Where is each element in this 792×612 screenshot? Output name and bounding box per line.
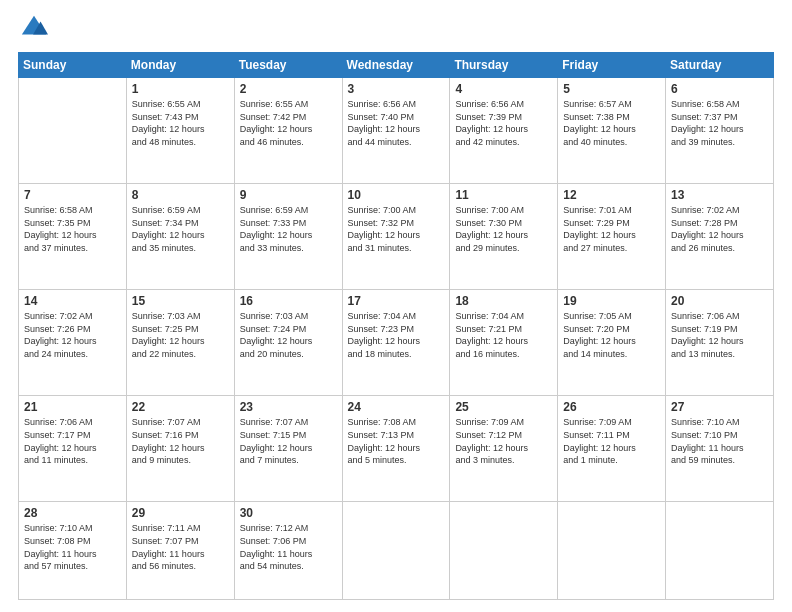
- cell-info-line: Daylight: 12 hours: [24, 230, 97, 240]
- calendar-cell: 26Sunrise: 7:09 AMSunset: 7:11 PMDayligh…: [558, 396, 666, 502]
- calendar-cell: 27Sunrise: 7:10 AMSunset: 7:10 PMDayligh…: [666, 396, 774, 502]
- day-number: 13: [671, 188, 768, 202]
- cell-info-line: Sunrise: 6:56 AM: [455, 99, 524, 109]
- cell-info-line: and 54 minutes.: [240, 561, 304, 571]
- calendar-cell: 8Sunrise: 6:59 AMSunset: 7:34 PMDaylight…: [126, 184, 234, 290]
- day-number: 14: [24, 294, 121, 308]
- calendar-cell: 11Sunrise: 7:00 AMSunset: 7:30 PMDayligh…: [450, 184, 558, 290]
- cell-info-line: Sunset: 7:37 PM: [671, 112, 738, 122]
- cell-info-line: Sunset: 7:23 PM: [348, 324, 415, 334]
- cell-info-line: and 13 minutes.: [671, 349, 735, 359]
- weekday-header-sunday: Sunday: [19, 53, 127, 78]
- day-number: 26: [563, 400, 660, 414]
- cell-info-line: Sunrise: 6:58 AM: [671, 99, 740, 109]
- calendar-cell: 4Sunrise: 6:56 AMSunset: 7:39 PMDaylight…: [450, 78, 558, 184]
- day-number: 11: [455, 188, 552, 202]
- cell-info-line: Sunrise: 7:01 AM: [563, 205, 632, 215]
- cell-info-line: and 16 minutes.: [455, 349, 519, 359]
- cell-info-line: Daylight: 12 hours: [24, 336, 97, 346]
- calendar-week-row: 21Sunrise: 7:06 AMSunset: 7:17 PMDayligh…: [19, 396, 774, 502]
- calendar-week-row: 28Sunrise: 7:10 AMSunset: 7:08 PMDayligh…: [19, 502, 774, 600]
- calendar-cell: [666, 502, 774, 600]
- calendar-cell: 20Sunrise: 7:06 AMSunset: 7:19 PMDayligh…: [666, 290, 774, 396]
- cell-info-line: Sunrise: 7:04 AM: [348, 311, 417, 321]
- calendar-cell: 30Sunrise: 7:12 AMSunset: 7:06 PMDayligh…: [234, 502, 342, 600]
- cell-info-line: Sunset: 7:38 PM: [563, 112, 630, 122]
- calendar-cell: 10Sunrise: 7:00 AMSunset: 7:32 PMDayligh…: [342, 184, 450, 290]
- calendar-cell: 23Sunrise: 7:07 AMSunset: 7:15 PMDayligh…: [234, 396, 342, 502]
- cell-info-line: and 14 minutes.: [563, 349, 627, 359]
- day-number: 21: [24, 400, 121, 414]
- cell-info-line: Daylight: 12 hours: [563, 230, 636, 240]
- cell-info-line: Sunrise: 7:07 AM: [132, 417, 201, 427]
- cell-info-line: Sunset: 7:33 PM: [240, 218, 307, 228]
- cell-info-line: Sunset: 7:43 PM: [132, 112, 199, 122]
- cell-info-line: Sunrise: 6:56 AM: [348, 99, 417, 109]
- cell-info-line: Sunrise: 7:09 AM: [455, 417, 524, 427]
- calendar-cell: 1Sunrise: 6:55 AMSunset: 7:43 PMDaylight…: [126, 78, 234, 184]
- day-number: 7: [24, 188, 121, 202]
- cell-info-line: Sunrise: 6:55 AM: [240, 99, 309, 109]
- day-number: 10: [348, 188, 445, 202]
- cell-info-line: Sunset: 7:24 PM: [240, 324, 307, 334]
- calendar-table: SundayMondayTuesdayWednesdayThursdayFrid…: [18, 52, 774, 600]
- cell-info-line: and 59 minutes.: [671, 455, 735, 465]
- calendar-cell: 17Sunrise: 7:04 AMSunset: 7:23 PMDayligh…: [342, 290, 450, 396]
- cell-info-line: and 20 minutes.: [240, 349, 304, 359]
- cell-info-line: and 46 minutes.: [240, 137, 304, 147]
- day-number: 30: [240, 506, 337, 520]
- cell-info-line: Sunset: 7:16 PM: [132, 430, 199, 440]
- calendar-cell: [342, 502, 450, 600]
- cell-info-line: Sunrise: 7:08 AM: [348, 417, 417, 427]
- cell-info-line: Sunrise: 7:02 AM: [671, 205, 740, 215]
- weekday-header-thursday: Thursday: [450, 53, 558, 78]
- weekday-header-friday: Friday: [558, 53, 666, 78]
- calendar-cell: [558, 502, 666, 600]
- cell-info-line: Daylight: 12 hours: [132, 230, 205, 240]
- cell-info-line: Daylight: 12 hours: [671, 230, 744, 240]
- cell-info-line: and 26 minutes.: [671, 243, 735, 253]
- cell-info-line: Daylight: 12 hours: [563, 124, 636, 134]
- calendar-cell: 13Sunrise: 7:02 AMSunset: 7:28 PMDayligh…: [666, 184, 774, 290]
- cell-info-line: Sunrise: 7:03 AM: [132, 311, 201, 321]
- weekday-header-saturday: Saturday: [666, 53, 774, 78]
- cell-info-line: and 1 minute.: [563, 455, 618, 465]
- cell-info-line: Sunrise: 7:10 AM: [24, 523, 93, 533]
- cell-info-line: Daylight: 11 hours: [24, 549, 97, 559]
- calendar-cell: 3Sunrise: 6:56 AMSunset: 7:40 PMDaylight…: [342, 78, 450, 184]
- cell-info-line: Sunset: 7:13 PM: [348, 430, 415, 440]
- calendar-cell: [450, 502, 558, 600]
- cell-info-line: and 56 minutes.: [132, 561, 196, 571]
- calendar-cell: 29Sunrise: 7:11 AMSunset: 7:07 PMDayligh…: [126, 502, 234, 600]
- cell-info-line: and 37 minutes.: [24, 243, 88, 253]
- cell-info-line: and 40 minutes.: [563, 137, 627, 147]
- day-number: 19: [563, 294, 660, 308]
- day-number: 24: [348, 400, 445, 414]
- cell-info-line: Sunrise: 7:05 AM: [563, 311, 632, 321]
- cell-info-line: Daylight: 11 hours: [671, 443, 744, 453]
- cell-info-line: and 29 minutes.: [455, 243, 519, 253]
- calendar-cell: 28Sunrise: 7:10 AMSunset: 7:08 PMDayligh…: [19, 502, 127, 600]
- calendar-cell: 15Sunrise: 7:03 AMSunset: 7:25 PMDayligh…: [126, 290, 234, 396]
- cell-info-line: Sunset: 7:30 PM: [455, 218, 522, 228]
- day-number: 18: [455, 294, 552, 308]
- cell-info-line: Daylight: 12 hours: [348, 230, 421, 240]
- cell-info-line: Sunset: 7:32 PM: [348, 218, 415, 228]
- cell-info-line: Sunset: 7:15 PM: [240, 430, 307, 440]
- cell-info-line: Daylight: 12 hours: [671, 336, 744, 346]
- cell-info-line: Sunrise: 7:06 AM: [671, 311, 740, 321]
- calendar-week-row: 1Sunrise: 6:55 AMSunset: 7:43 PMDaylight…: [19, 78, 774, 184]
- cell-info-line: Sunrise: 7:02 AM: [24, 311, 93, 321]
- cell-info-line: and 18 minutes.: [348, 349, 412, 359]
- day-number: 4: [455, 82, 552, 96]
- day-number: 25: [455, 400, 552, 414]
- cell-info-line: Daylight: 12 hours: [348, 124, 421, 134]
- day-number: 3: [348, 82, 445, 96]
- cell-info-line: Daylight: 12 hours: [455, 124, 528, 134]
- cell-info-line: Sunset: 7:10 PM: [671, 430, 738, 440]
- day-number: 16: [240, 294, 337, 308]
- calendar-cell: 9Sunrise: 6:59 AMSunset: 7:33 PMDaylight…: [234, 184, 342, 290]
- cell-info-line: and 5 minutes.: [348, 455, 407, 465]
- cell-info-line: Sunset: 7:40 PM: [348, 112, 415, 122]
- calendar-cell: 22Sunrise: 7:07 AMSunset: 7:16 PMDayligh…: [126, 396, 234, 502]
